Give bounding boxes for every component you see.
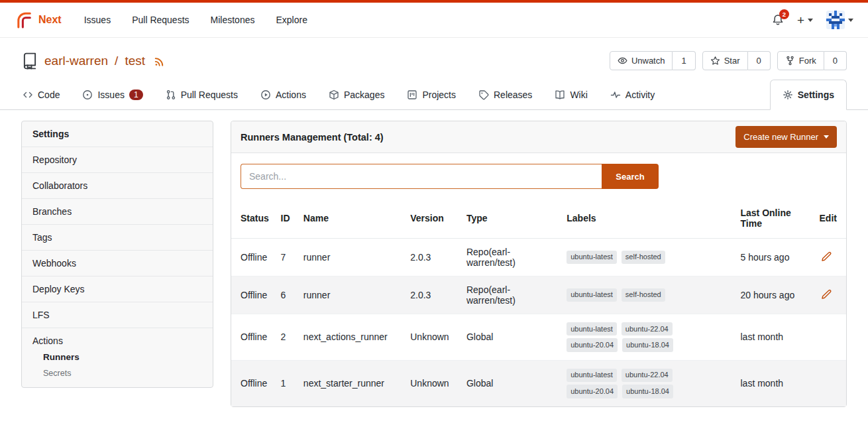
col-header-status: Status: [231, 198, 276, 239]
unwatch-button[interactable]: Unwatch: [610, 51, 673, 70]
nav-item-pull-requests[interactable]: Pull Requests: [132, 15, 189, 25]
tab-activity[interactable]: Activity: [609, 80, 656, 109]
label-chip: ubuntu-18.04: [622, 338, 673, 351]
label-chip: ubuntu-20.04: [567, 338, 618, 351]
chevron-down-icon: [824, 135, 829, 139]
runner-id: 7: [276, 239, 298, 276]
forgejo-flame-icon: [15, 11, 33, 29]
nav-item-explore[interactable]: Explore: [276, 15, 307, 25]
watchers-count[interactable]: 1: [673, 51, 695, 70]
runner-type: Repo(earl-warren/test): [461, 276, 561, 314]
table-row: Offline 6 runner 2.0.3 Repo(earl-warren/…: [231, 276, 846, 314]
repo-owner-link[interactable]: earl-warren: [44, 54, 108, 68]
fork-label: Fork: [799, 56, 816, 66]
runner-status: Offline: [231, 239, 276, 276]
plus-icon: +: [797, 14, 804, 27]
repo-action-buttons: Unwatch 1 Star 0: [610, 51, 847, 70]
issue-icon: [82, 90, 93, 100]
book-icon: [555, 90, 565, 100]
runner-labels: ubuntu-latest self-hosted: [567, 251, 702, 264]
package-icon: [329, 90, 339, 100]
tag-icon: [478, 90, 489, 100]
runner-name: next_starter_runner: [298, 360, 405, 406]
sidebar-item-lfs[interactable]: LFS: [22, 302, 213, 328]
col-header-labels: Labels: [561, 198, 735, 239]
create-new-runner-button[interactable]: Create new Runner: [735, 126, 837, 148]
edit-runner-button[interactable]: [820, 250, 833, 265]
eye-icon: [618, 56, 627, 66]
runner-name: next_actions_runner: [298, 314, 405, 361]
star-label: Star: [724, 56, 740, 66]
project-board-icon: [407, 90, 417, 100]
runner-version: Unknown: [405, 360, 461, 406]
tab-issues[interactable]: Issues 1: [81, 80, 144, 109]
user-menu-button[interactable]: [826, 11, 853, 29]
sidebar-subitem-secrets[interactable]: Secrets: [22, 365, 213, 387]
star-button-group: Star 0: [702, 51, 771, 70]
forgejo-logo-home-link[interactable]: Next: [15, 11, 62, 29]
tab-code-label: Code: [38, 90, 60, 100]
runner-id: 2: [276, 314, 298, 361]
col-header-last-online-time: Last Online Time: [735, 198, 814, 239]
watch-button-group: Unwatch 1: [610, 51, 696, 70]
runner-version: 2.0.3: [405, 276, 461, 314]
star-button[interactable]: Star: [702, 51, 748, 70]
runner-name: runner: [298, 276, 405, 314]
brand-name: Next: [38, 14, 62, 26]
repo-name-link[interactable]: test: [125, 54, 145, 68]
label-chip: ubuntu-22.04: [622, 322, 673, 336]
sidebar-item-tags[interactable]: Tags: [22, 224, 213, 250]
runner-edit-empty: [814, 360, 846, 406]
tab-wiki[interactable]: Wiki: [553, 80, 588, 109]
unwatch-label: Unwatch: [631, 56, 665, 66]
navbar-right: 2 +: [772, 11, 853, 29]
tab-projects[interactable]: Projects: [406, 80, 457, 109]
search-button[interactable]: Search: [602, 164, 659, 189]
sidebar-item-actions[interactable]: Actions: [22, 328, 213, 349]
pencil-icon: [821, 289, 832, 300]
tab-releases[interactable]: Releases: [477, 80, 533, 109]
repo-title: earl-warren / test: [21, 52, 166, 70]
settings-content: Settings Repository Collaborators Branch…: [0, 110, 868, 407]
sidebar-item-repository[interactable]: Repository: [22, 147, 213, 172]
fork-button[interactable]: Fork: [777, 51, 824, 70]
table-row: Offline 1 next_starter_runner Unknown Gl…: [231, 360, 846, 406]
tab-packages[interactable]: Packages: [327, 80, 386, 109]
tab-activity-label: Activity: [625, 90, 655, 100]
forks-count[interactable]: 0: [824, 51, 847, 70]
table-header-row: Status ID Name Version Type Labels Last …: [231, 198, 846, 239]
rss-feed-icon[interactable]: [154, 55, 166, 67]
runner-last-online: last month: [735, 360, 814, 406]
chevron-down-icon: [808, 19, 813, 22]
repo-tabbar: Code Issues 1 Pull Requests Actions: [0, 80, 868, 110]
tab-wiki-label: Wiki: [570, 90, 587, 100]
sidebar-item-branches[interactable]: Branches: [22, 198, 213, 224]
runner-type: Global: [461, 314, 561, 361]
create-new-menu-button[interactable]: +: [797, 14, 813, 27]
tab-packages-label: Packages: [344, 90, 384, 100]
notifications-button[interactable]: 2: [772, 14, 784, 26]
tab-settings[interactable]: Settings: [770, 80, 847, 110]
tab-actions[interactable]: Actions: [259, 80, 307, 109]
label-chip: self-hosted: [622, 288, 665, 302]
runner-labels: ubuntu-latest ubuntu-22.04 ubuntu-20.04 …: [567, 322, 702, 352]
sidebar-item-collaborators[interactable]: Collaborators: [22, 172, 213, 198]
sidebar-item-webhooks[interactable]: Webhooks: [22, 250, 213, 276]
gear-icon: [783, 90, 793, 100]
tab-pull-requests-label: Pull Requests: [181, 90, 238, 100]
stars-count[interactable]: 0: [748, 51, 771, 70]
sidebar-item-deploy-keys[interactable]: Deploy Keys: [22, 276, 213, 302]
runner-labels: ubuntu-latest self-hosted: [567, 288, 702, 302]
sidebar-subitem-runners[interactable]: Runners: [22, 349, 213, 365]
edit-runner-button[interactable]: [820, 288, 833, 303]
label-chip: ubuntu-latest: [567, 369, 617, 382]
nav-item-milestones[interactable]: Milestones: [211, 15, 255, 25]
label-chip: ubuntu-latest: [567, 288, 617, 302]
tab-pull-requests[interactable]: Pull Requests: [164, 80, 239, 109]
search-input[interactable]: [241, 164, 602, 189]
tab-actions-label: Actions: [276, 90, 306, 100]
tab-code[interactable]: Code: [21, 80, 61, 109]
label-chip: ubuntu-22.04: [622, 369, 673, 382]
runners-table: Status ID Name Version Type Labels Last …: [231, 198, 846, 406]
nav-item-issues[interactable]: Issues: [84, 15, 111, 25]
